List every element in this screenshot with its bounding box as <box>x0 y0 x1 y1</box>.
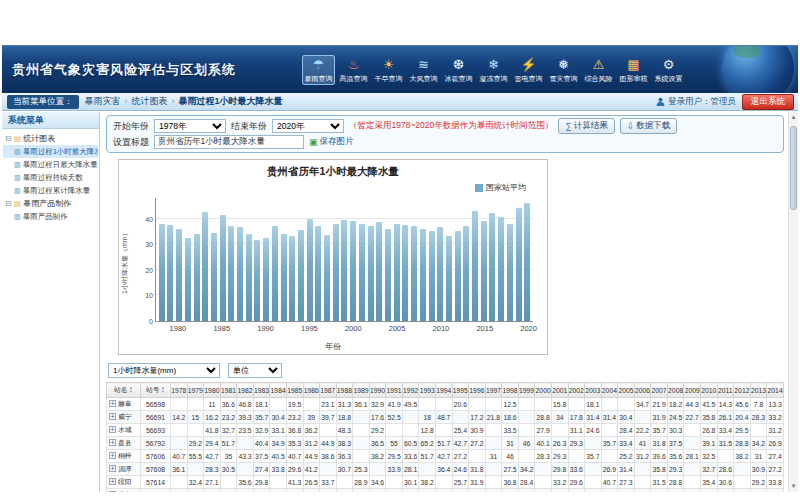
value-cell <box>568 398 585 411</box>
bar-1978 <box>159 224 165 321</box>
value-cell: 25.3 <box>353 463 370 476</box>
value-cell: 40.7 <box>286 450 303 463</box>
value-cell: 25.4 <box>452 424 469 437</box>
value-cell: 22.2 <box>634 424 651 437</box>
collapse-icon[interactable]: ⊟ <box>5 132 12 145</box>
toolbar-item-hail[interactable]: ❆冰雹查询 <box>442 55 475 85</box>
breadcrumb-item[interactable]: 统计图表 <box>132 96 168 106</box>
unit-select[interactable]: 单位 <box>228 363 282 378</box>
download-button[interactable]: ⇩数据下载 <box>620 118 678 134</box>
value-cell: 30.9 <box>469 424 486 437</box>
tree-item[interactable]: ▥暴雨过程持续天数 <box>3 171 98 184</box>
breadcrumb-item[interactable]: 暴雨灾害 <box>85 96 121 106</box>
bar-2019 <box>516 208 522 321</box>
value-cell: 18.1 <box>253 398 270 411</box>
toolbar-item-rain[interactable]: ☂暴雨查询 <box>302 55 335 85</box>
value-cell: 31.6 <box>701 489 718 493</box>
row-expand-icon[interactable]: + <box>109 426 116 433</box>
toolbar-item-chart[interactable]: ▦图形审核 <box>617 55 650 85</box>
collapse-icon[interactable]: ⊟ <box>5 197 12 210</box>
toolbar-item-bolt[interactable]: ⚡雷电查询 <box>512 55 545 85</box>
row-expand-icon[interactable]: + <box>109 413 116 420</box>
value-cell <box>220 476 237 489</box>
column-header[interactable]: 站号▲▼ <box>141 383 171 398</box>
column-header: 1991 <box>386 383 403 398</box>
toolbar-item-freeze[interactable]: ❄凝冻查询 <box>477 55 510 85</box>
value-cell: 46.8 <box>237 398 254 411</box>
toolbar-item-hot[interactable]: ♨高温查询 <box>337 55 370 85</box>
tree-item-label: 暴雨过程累计降水量 <box>23 184 91 197</box>
table-row: +湄潭5760836.128.330.527.433.829.641.230.7… <box>107 463 784 476</box>
column-header: 2013 <box>750 383 767 398</box>
toolbar-item-sun[interactable]: ☀干旱查询 <box>372 55 405 85</box>
value-cell <box>684 489 701 493</box>
value-cell: 34.2 <box>518 463 535 476</box>
bar-1990 <box>263 238 269 321</box>
value-cell: 28.3 <box>535 450 552 463</box>
column-header: 1996 <box>469 383 486 398</box>
toolbar-item-risk[interactable]: ⚠综合风险 <box>582 55 615 85</box>
scrollbar-thumb[interactable] <box>790 126 797 210</box>
toolbar-item-snow[interactable]: ❅雪灾查询 <box>547 55 580 85</box>
start-year-select[interactable]: 1978年 <box>154 119 226 133</box>
row-expand-icon[interactable]: + <box>109 491 116 492</box>
vertical-scrollbar[interactable]: ▲ ▼ <box>788 112 798 492</box>
value-cell <box>436 398 453 411</box>
value-cell: 35.6 <box>237 476 254 489</box>
tree-item[interactable]: ▥暴雨过程日最大降水量 <box>3 158 98 171</box>
value-cell: 29.2 <box>750 476 767 489</box>
chart-doc-icon: ▥ <box>14 171 21 184</box>
column-header[interactable]: 站名▲▼ <box>107 383 141 398</box>
value-cell: 35.7 <box>585 450 602 463</box>
value-cell: 33.7 <box>320 476 337 489</box>
breadcrumb-item[interactable]: 暴雨过程1小时最大降水量 <box>179 96 283 106</box>
row-expand-icon[interactable]: + <box>109 400 116 407</box>
bar-1994 <box>298 230 304 321</box>
value-cell <box>402 424 419 437</box>
bar-2016 <box>489 213 495 321</box>
value-cell: 30.2 <box>386 489 403 493</box>
value-cell: 35.4 <box>701 476 718 489</box>
tree-item[interactable]: ▥暴雨过程1小时最大降水量 <box>3 145 98 158</box>
chart-title-input[interactable] <box>154 135 304 149</box>
tree-group[interactable]: ⊟▤统计图表 <box>3 132 98 145</box>
value-cell: 23.1 <box>320 398 337 411</box>
value-cell <box>684 424 701 437</box>
station-id-cell: 57608 <box>141 463 171 476</box>
calculate-button[interactable]: ∑计算结果 <box>558 118 614 134</box>
value-cell <box>485 398 502 411</box>
logout-button[interactable]: 退出系统 <box>742 94 794 110</box>
row-expand-icon[interactable]: + <box>109 465 116 472</box>
value-cell: 27.4 <box>253 463 270 476</box>
tree-item[interactable]: ▥暴雨过程累计降水量 <box>3 184 98 197</box>
tree-item[interactable]: ▥暴雨产品制作 <box>3 210 98 223</box>
value-cell: 20.3 <box>452 489 469 493</box>
value-cell: 35.3 <box>634 489 651 493</box>
row-expand-icon[interactable]: + <box>109 439 116 446</box>
station-name-cell: +盘县 <box>107 437 141 450</box>
save-image-button[interactable]: ▣保存图片 <box>309 136 354 148</box>
bar-2002 <box>368 226 374 321</box>
row-expand-icon[interactable]: + <box>109 478 116 485</box>
sort-arrows-icon[interactable]: ▲▼ <box>161 386 165 394</box>
tree-group[interactable]: ⊟▤暴雨产品制作 <box>3 197 98 210</box>
end-year-select[interactable]: 2020年 <box>272 119 344 133</box>
value-cell: 48.7 <box>436 411 453 424</box>
value-cell: 29.6 <box>286 463 303 476</box>
value-cell: 33.8 <box>270 463 287 476</box>
sort-arrows-icon[interactable]: ▲▼ <box>129 386 133 394</box>
value-cell: 33.1 <box>270 424 287 437</box>
toolbar-item-gear[interactable]: ⚙系统设置 <box>652 55 685 85</box>
column-header: 1986 <box>303 383 320 398</box>
scroll-up-arrow[interactable]: ▲ <box>789 112 798 123</box>
scroll-down-arrow[interactable]: ▼ <box>789 481 798 492</box>
value-cell: 31.2 <box>303 437 320 450</box>
value-cell: 40.5 <box>286 489 303 493</box>
field-select[interactable]: 1小时降水量(mm) <box>108 363 220 378</box>
table-row: +威宁5669114.21516.223.239.335.730.423.239… <box>107 411 784 424</box>
column-header: 1995 <box>452 383 469 398</box>
value-cell: 18.1 <box>585 398 602 411</box>
toolbar-item-wind[interactable]: ≋大风查询 <box>407 55 440 85</box>
column-header: 1989 <box>353 383 370 398</box>
row-expand-icon[interactable]: + <box>109 452 116 459</box>
